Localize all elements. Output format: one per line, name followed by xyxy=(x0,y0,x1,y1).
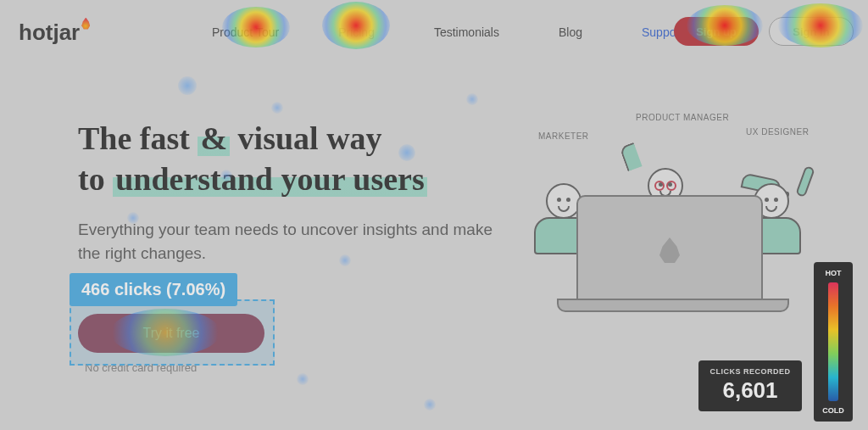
hero-heading: The fast & visual way to understand your… xyxy=(78,119,519,199)
brand-logo[interactable]: hotjar xyxy=(19,20,90,46)
illus-laptop xyxy=(576,195,763,305)
hero: The fast & visual way to understand your… xyxy=(78,119,519,265)
signin-label: Sign in xyxy=(793,25,829,38)
scale-hot-label: HOT xyxy=(826,269,842,277)
heat-speck xyxy=(178,76,197,95)
page-root: hotjar Product Tour Pricing Testimonials… xyxy=(0,0,868,430)
signup-button[interactable]: Sign up xyxy=(674,17,759,46)
hero-h1-c: to xyxy=(78,161,113,197)
nav-product-tour[interactable]: Product Tour xyxy=(212,25,279,39)
heat-speck xyxy=(297,373,309,385)
clicks-recorded-value: 6,601 xyxy=(698,377,802,404)
try-free-button[interactable]: Try it free xyxy=(78,314,264,353)
hero-h1-amp: & xyxy=(198,120,230,156)
flame-icon xyxy=(659,237,680,263)
heat-speck xyxy=(424,399,436,410)
brand-name: hotjar xyxy=(19,20,80,46)
heatmap-tooltip: 466 clicks (7.06%) xyxy=(70,273,237,306)
clicks-recorded-label: CLICKS RECORDED xyxy=(698,367,802,376)
heat-speck xyxy=(466,93,478,105)
scale-gradient xyxy=(828,282,838,401)
flame-icon xyxy=(81,18,90,30)
nav-testimonials[interactable]: Testimonials xyxy=(434,25,499,39)
primary-nav: Product Tour Pricing Testimonials Blog S… xyxy=(212,25,683,39)
try-free-label: Try it free xyxy=(143,326,200,341)
nav-pricing[interactable]: Pricing xyxy=(338,25,375,39)
hero-h1-a: The fast xyxy=(78,120,198,156)
heat-scale: HOT COLD xyxy=(814,262,853,422)
role-pm: PRODUCT MANAGER xyxy=(636,113,729,122)
hero-illustration xyxy=(526,127,814,305)
hero-h1-b: visual way xyxy=(230,120,381,156)
scale-cold-label: COLD xyxy=(822,406,844,415)
hero-subtext: Everything your team needs to uncover in… xyxy=(78,218,519,265)
nav-blog[interactable]: Blog xyxy=(559,25,582,39)
no-card-text: No credit card required xyxy=(85,361,197,374)
signup-label: Sign up xyxy=(696,25,737,38)
heat-speck xyxy=(271,102,283,114)
signin-button[interactable]: Sign in xyxy=(769,17,854,46)
hero-h1-hl: understand your users xyxy=(113,161,427,197)
clicks-recorded-panel: CLICKS RECORDED 6,601 xyxy=(698,360,802,411)
